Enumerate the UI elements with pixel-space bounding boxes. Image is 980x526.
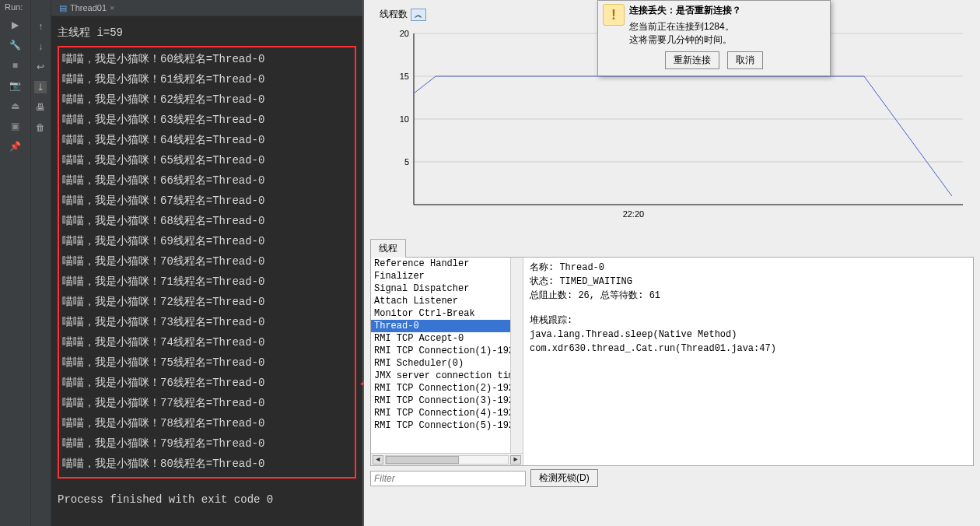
detail-waited-label: 总等待数: xyxy=(600,290,643,301)
svg-text:15: 15 xyxy=(400,72,409,81)
console-exit-line: Process finished with exit code 0 xyxy=(58,489,356,510)
console-line: 喵喵，我是小猫咪！72线程名=Thread-0 xyxy=(62,292,352,312)
thread-list-item[interactable]: RMI TCP Connection(1)-192.168. xyxy=(371,345,510,357)
warning-icon: ! xyxy=(603,4,625,26)
run-gutter: Run: ▶ 🔧 ■ 📷 ⏏ ▣ 📌 xyxy=(0,0,31,526)
thread-detail: 名称: Thread-0 状态: TIMED_WAITING 总阻止数: 26,… xyxy=(523,258,973,465)
console-line: 喵喵，我是小猫咪！70线程名=Thread-0 xyxy=(62,251,352,272)
run-label: Run: xyxy=(0,0,30,14)
detail-name-label: 名称: xyxy=(530,262,554,273)
thread-list-scrollbar-vertical[interactable] xyxy=(510,258,523,453)
thread-list-item[interactable]: Reference Handler xyxy=(371,258,510,270)
console-line: 喵喵，我是小猫咪！71线程名=Thread-0 xyxy=(62,272,352,292)
console-line: 喵喵，我是小猫咪！68线程名=Thread-0 xyxy=(62,211,352,231)
thread-list-item[interactable]: Attach Listener xyxy=(371,295,510,307)
console-toolbar: ↑ ↓ ↩ ⤓ 🖶 🗑 xyxy=(31,0,51,526)
console-line: 喵喵，我是小猫咪！78线程名=Thread-0 xyxy=(62,413,352,433)
thread-list-item[interactable]: RMI TCP Connection(4)-192.168. xyxy=(371,407,510,419)
camera-icon[interactable]: 📷 xyxy=(9,79,21,92)
reconnect-button[interactable]: 重新连接 xyxy=(665,51,719,69)
filter-input[interactable] xyxy=(370,471,526,486)
console-line: 喵喵，我是小猫咪！67线程名=Thread-0 xyxy=(62,191,352,211)
console-line: 喵喵，我是小猫咪！65线程名=Thread-0 xyxy=(62,150,352,170)
console-line: 喵喵，我是小猫咪！63线程名=Thread-0 xyxy=(62,110,352,130)
thread-list-item[interactable]: RMI TCP Accept-0 xyxy=(371,332,510,345)
tab-thread01[interactable]: ▤ Thread01 × xyxy=(54,2,120,15)
console-output[interactable]: 主线程 i=59 喵喵，我是小猫咪！60线程名=Thread-0喵喵，我是小猫咪… xyxy=(51,16,362,526)
thread-list-item[interactable]: Signal Dispatcher xyxy=(371,282,510,295)
layout-icon[interactable]: ▣ xyxy=(9,120,21,132)
thread-list-item[interactable]: RMI TCP Connection(2)-192.168. xyxy=(371,382,510,394)
cancel-button[interactable]: 取消 xyxy=(727,51,763,69)
chart-title: 线程数 xyxy=(380,8,408,21)
scroll-left-icon[interactable]: ◄ xyxy=(373,455,383,465)
down-arrow-icon[interactable]: ↓ xyxy=(34,40,47,53)
console-line: 喵喵，我是小猫咪！80线程名=Thread-0 xyxy=(62,454,352,474)
console-line: 喵喵，我是小猫咪！62线程名=Thread-0 xyxy=(62,89,352,110)
detail-stack-line: java.lang.Thread.sleep(Native Method) xyxy=(530,328,967,342)
thread-list-item[interactable]: Thread-0 xyxy=(371,320,510,332)
console-line: 喵喵，我是小猫咪！64线程名=Thread-0 xyxy=(62,130,352,150)
svg-text:10: 10 xyxy=(400,114,409,124)
stop-icon[interactable]: ■ xyxy=(9,59,21,72)
thread-list-item[interactable]: Finalizer xyxy=(371,270,510,282)
print-icon[interactable]: 🖶 xyxy=(34,101,47,114)
thread-list-item[interactable]: RMI TCP Connection(5)-192.168. xyxy=(371,419,510,432)
console-line: 喵喵，我是小猫咪！69线程名=Thread-0 xyxy=(62,231,352,251)
thread-list-scrollbar-horizontal[interactable]: ◄ ► xyxy=(371,453,523,465)
thread-list-item[interactable]: RMI TCP Connection(3)-192.168. xyxy=(371,394,510,407)
run-icon[interactable]: ▶ xyxy=(9,19,21,31)
dialog-line1: 您当前正在连接到1284。 xyxy=(629,20,741,33)
console-line: 喵喵，我是小猫咪！60线程名=Thread-0 xyxy=(62,49,352,69)
scroll-to-end-icon[interactable]: ⤓ xyxy=(34,81,47,93)
visualvm-pane: ! 连接丢失：是否重新连接？ 您当前正在连接到1284。 这将需要几分钟的时间。… xyxy=(364,0,980,526)
detail-state-label: 状态: xyxy=(530,276,554,287)
pin-icon[interactable]: 📌 xyxy=(9,140,21,153)
console-line: 喵喵，我是小猫咪！73线程名=Thread-0 xyxy=(62,312,352,332)
console-pane: ▤ Thread01 × 主线程 i=59 喵喵，我是小猫咪！60线程名=Thr… xyxy=(51,0,364,526)
detail-state-value: TIMED_WAITING xyxy=(559,276,632,287)
console-line: 喵喵，我是小猫咪！61线程名=Thread-0 xyxy=(62,69,352,89)
exit-icon[interactable]: ⏏ xyxy=(9,100,21,112)
console-line: 喵喵，我是小猫咪！66线程名=Thread-0 xyxy=(62,170,352,191)
detail-stack-label: 堆栈跟踪: xyxy=(530,314,967,328)
detect-deadlock-button[interactable]: 检测死锁(D) xyxy=(530,469,598,487)
tab-file-icon: ▤ xyxy=(59,3,67,13)
dialog-line2: 这将需要几分钟的时间。 xyxy=(629,33,741,47)
up-arrow-icon[interactable]: ↑ xyxy=(34,20,47,33)
tab-threads[interactable]: 线程 xyxy=(370,239,406,258)
wrench-icon[interactable]: 🔧 xyxy=(9,39,21,51)
scroll-right-icon[interactable]: ► xyxy=(510,455,521,465)
console-line: 喵喵，我是小猫咪！75线程名=Thread-0 xyxy=(62,352,352,373)
tab-bar: ▤ Thread01 × xyxy=(51,0,362,16)
thread-list-item[interactable]: Monitor Ctrl-Break xyxy=(371,307,510,320)
detail-blocked-value: 26, xyxy=(578,290,595,301)
console-line: 喵喵，我是小猫咪！74线程名=Thread-0 xyxy=(62,332,352,352)
svg-text:22:20: 22:20 xyxy=(623,209,645,219)
console-line: 喵喵，我是小猫咪！79线程名=Thread-0 xyxy=(62,433,352,454)
threads-section: 线程 Reference HandlerFinalizerSignal Disp… xyxy=(370,238,974,487)
detail-waited-value: 61 xyxy=(649,290,660,301)
detail-name-value: Thread-0 xyxy=(559,262,604,273)
soft-wrap-icon[interactable]: ↩ xyxy=(34,61,47,73)
console-main-line: 主线程 i=59 xyxy=(58,23,356,43)
thread-list-item[interactable]: JMX server connection timeout xyxy=(371,370,510,382)
console-line: 喵喵，我是小猫咪！76线程名=Thread-0 xyxy=(62,373,352,393)
tab-title: Thread01 xyxy=(70,3,107,12)
thread-list: Reference HandlerFinalizerSignal Dispatc… xyxy=(371,258,523,465)
close-icon[interactable]: × xyxy=(110,3,114,12)
chart-collapse-button[interactable]: ︽ xyxy=(411,9,426,21)
svg-text:20: 20 xyxy=(400,29,409,38)
svg-text:5: 5 xyxy=(404,157,409,167)
reconnect-dialog: ! 连接丢失：是否重新连接？ 您当前正在连接到1284。 这将需要几分钟的时间。… xyxy=(597,0,831,76)
thread-list-item[interactable]: RMI Scheduler(0) xyxy=(371,357,510,370)
highlighted-output-box: 喵喵，我是小猫咪！60线程名=Thread-0喵喵，我是小猫咪！61线程名=Th… xyxy=(58,46,356,479)
console-line: 喵喵，我是小猫咪！77线程名=Thread-0 xyxy=(62,393,352,413)
clear-icon[interactable]: 🗑 xyxy=(34,121,47,134)
detail-blocked-label: 总阻止数: xyxy=(530,290,572,301)
dialog-title: 连接丢失：是否重新连接？ xyxy=(629,4,741,17)
detail-stack-line: com.xdr630.thread_.Cat.run(Thread01.java… xyxy=(530,342,967,356)
